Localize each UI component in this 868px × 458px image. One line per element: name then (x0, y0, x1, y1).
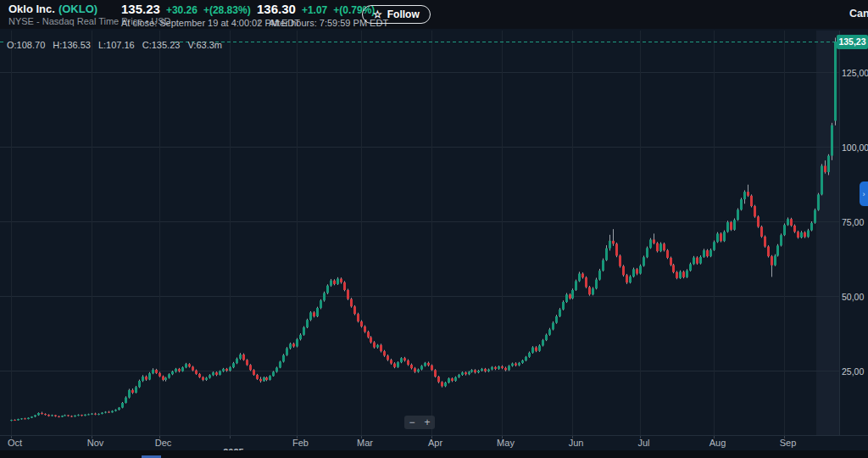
candle-body (289, 344, 292, 348)
candle-body (121, 403, 124, 408)
zoom-in-button[interactable]: + (420, 416, 435, 429)
candle-body (296, 339, 298, 346)
candle-body (104, 412, 107, 413)
candle-body (286, 349, 288, 355)
candle-body (97, 414, 100, 415)
zoom-out-button[interactable]: − (404, 416, 420, 429)
candle-body (14, 420, 16, 421)
candle-body (135, 387, 137, 393)
candle-body (279, 361, 281, 367)
drawer-handle[interactable]: › (860, 182, 868, 206)
candle-body (804, 232, 806, 237)
candle-body (306, 320, 309, 327)
candle-body (198, 374, 201, 377)
candle-body (316, 308, 319, 316)
candle-body (699, 257, 702, 264)
candle-body (357, 314, 359, 321)
candle-body (562, 302, 565, 310)
candle-body (407, 360, 409, 365)
candle-body (212, 372, 214, 375)
candle-body (17, 419, 19, 420)
candle-body (470, 370, 473, 371)
candle-body (131, 390, 134, 393)
price-chart[interactable]: 125,00100,0075,0050,0025,00OctNovDec2025… (0, 0, 868, 458)
legend-high: H:136.53 (53, 40, 91, 50)
candle-body (696, 258, 698, 264)
candle-body (501, 366, 504, 368)
candle-body (222, 369, 225, 371)
candle-body (20, 418, 23, 419)
footer-strip (0, 450, 868, 458)
x-axis-tick: Aug (709, 438, 726, 448)
candle-body (578, 274, 581, 282)
candle-body (87, 414, 90, 415)
candle-body (693, 258, 695, 265)
candle-body (817, 194, 820, 209)
candle-body (84, 415, 86, 416)
candle-body (653, 239, 655, 243)
candle-body (575, 281, 577, 290)
candle-body (61, 416, 64, 416)
candle-body (34, 415, 36, 416)
candle-body (676, 272, 678, 278)
candle-body (209, 375, 211, 377)
candle-body (323, 293, 326, 300)
candle-body (128, 390, 131, 398)
candle-body (780, 235, 782, 245)
candle-body (670, 258, 672, 265)
candle-body (706, 250, 709, 256)
candle-body (723, 232, 726, 241)
candle-body (10, 420, 13, 421)
candle-body (827, 156, 830, 172)
candle-body (171, 371, 174, 374)
candle-body (571, 290, 574, 299)
follow-label: Follow (387, 8, 420, 20)
candle-body (821, 166, 823, 195)
candle-body (595, 280, 598, 289)
candle-body (605, 249, 608, 260)
candle-body (689, 264, 692, 271)
candle-body (400, 358, 403, 362)
candle-body (767, 247, 770, 257)
legend-close: C:135.23 (142, 40, 181, 50)
candle-body (807, 231, 810, 237)
candle-body (771, 256, 773, 265)
candle-body (743, 192, 746, 199)
candle-body (437, 377, 440, 382)
candle-body (555, 316, 558, 323)
legend-volume: V:63.3m (187, 40, 222, 50)
candle-body (159, 373, 161, 377)
chart-type-selector[interactable]: Cand (849, 8, 868, 20)
candle-body (484, 369, 487, 371)
candle-body (686, 271, 688, 277)
candle-body (679, 271, 682, 277)
candle-body (581, 274, 584, 278)
company-name-text: Oklo Inc. (8, 3, 55, 15)
chevron-right-icon: › (863, 190, 865, 198)
candle-body (639, 265, 642, 273)
follow-button[interactable]: ☆ Follow (362, 5, 431, 24)
candle-body (239, 355, 242, 359)
candle-body (47, 415, 50, 416)
candle-body (364, 327, 366, 332)
candle-body (757, 216, 760, 226)
candle-body (672, 265, 675, 271)
candle-body (793, 226, 796, 232)
candle-body (192, 366, 194, 370)
candle-body (320, 300, 322, 308)
candle-body (77, 415, 80, 416)
candle-body (246, 360, 248, 365)
candle-body (559, 310, 561, 316)
candle-body (636, 269, 638, 273)
candle-body (403, 358, 406, 360)
candle-body (188, 364, 191, 366)
candle-body (730, 222, 732, 230)
candle-body (343, 282, 346, 290)
candle-body (468, 371, 470, 374)
candle-body (737, 209, 739, 220)
ticker-symbol[interactable]: (OKLO) (58, 3, 97, 15)
star-icon: ☆ (373, 8, 382, 20)
candle-body (552, 323, 554, 330)
candle-body (477, 371, 480, 372)
candle-body (521, 360, 524, 363)
